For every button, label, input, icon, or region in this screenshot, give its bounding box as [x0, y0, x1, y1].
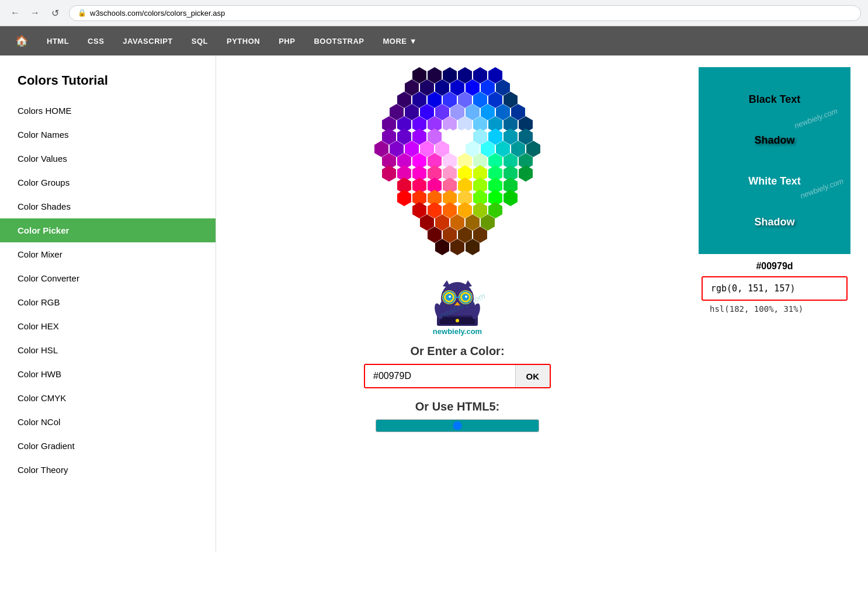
sidebar-item-color-mixer[interactable]: Color Mixer: [0, 242, 216, 266]
enter-color-section: Or Enter a Color: OK Or Use HTML5:: [364, 345, 551, 434]
html5-color-slider[interactable]: [376, 419, 539, 432]
preview-white-text: White Text: [748, 175, 801, 187]
forward-button[interactable]: →: [27, 5, 43, 21]
sidebar-item-color-gradient[interactable]: Color Gradient: [0, 434, 216, 458]
top-navigation: 🏠 HTML CSS JAVASCRIPT SQL PYTHON PHP BOO…: [0, 26, 868, 55]
color-input[interactable]: [365, 365, 515, 387]
color-rgb-display: rgb(0, 151, 157): [702, 276, 848, 301]
color-ok-button[interactable]: OK: [515, 365, 550, 387]
color-values: #00979d rgb(0, 151, 157) hsl(182, 100%, …: [699, 261, 850, 314]
svg-point-8: [449, 295, 451, 298]
sidebar-item-color-names[interactable]: Color Names: [0, 123, 216, 147]
main-layout: Colors Tutorial Colors HOME Color Names …: [0, 55, 868, 552]
sidebar-item-color-converter[interactable]: Color Converter: [0, 266, 216, 290]
sidebar-item-color-ncol[interactable]: Color NCol: [0, 410, 216, 434]
browser-nav-buttons: ← → ↺: [7, 5, 63, 21]
sidebar-item-color-hsl[interactable]: Color HSL: [0, 338, 216, 362]
sidebar-item-color-picker[interactable]: Color Picker: [0, 218, 216, 242]
mascot: newbiely.com: [433, 277, 482, 336]
mascot-label: newbiely.com: [433, 327, 482, 336]
owl-mascot: [434, 277, 481, 327]
sidebar-item-color-theory[interactable]: Color Theory: [0, 458, 216, 482]
refresh-button[interactable]: ↺: [47, 5, 63, 21]
back-button[interactable]: ←: [7, 5, 23, 21]
nav-php[interactable]: PHP: [269, 29, 304, 54]
sidebar-item-color-cmyk[interactable]: Color CMYK: [0, 386, 216, 410]
home-nav-button[interactable]: 🏠: [6, 26, 37, 55]
preview-shadow-black-text: Shadow: [754, 134, 794, 147]
url-text: w3schools.com/colors/colors_picker.asp: [90, 9, 225, 18]
picker-left: newbiely.com Or Enter a Color: OK Or Use…: [234, 67, 681, 434]
svg-point-9: [465, 295, 467, 298]
lock-icon: 🔒: [78, 9, 86, 17]
nav-css[interactable]: CSS: [78, 29, 113, 54]
sidebar-item-color-hwb[interactable]: Color HWB: [0, 362, 216, 386]
sidebar-item-color-shades[interactable]: Color Shades: [0, 194, 216, 218]
preview-black-text: Black Text: [749, 93, 801, 106]
html5-label: Or Use HTML5:: [364, 400, 551, 413]
watermark-1: newbiely.com: [793, 106, 839, 130]
color-hsl-display: hsl(182, 100%, 31%): [702, 304, 848, 314]
nav-python[interactable]: PYTHON: [217, 29, 269, 54]
sidebar-item-colors-home[interactable]: Colors HOME: [0, 99, 216, 123]
watermark-2: newbiely.com: [799, 176, 845, 200]
nav-bootstrap[interactable]: BOOTSTRAP: [304, 29, 373, 54]
color-wheel[interactable]: [358, 67, 557, 266]
svg-point-16: [456, 319, 459, 322]
color-preview-box: Black Text Shadow newbiely.com White Tex…: [699, 67, 850, 254]
color-input-row: OK: [364, 364, 551, 388]
nav-more[interactable]: MORE ▼: [374, 29, 426, 54]
sidebar-item-color-values[interactable]: Color Values: [0, 147, 216, 171]
sidebar-item-color-hex[interactable]: Color HEX: [0, 314, 216, 338]
address-bar[interactable]: 🔒 w3schools.com/colors/colors_picker.asp: [69, 5, 861, 21]
nav-html[interactable]: HTML: [37, 29, 78, 54]
color-hex-display: #00979d: [702, 261, 848, 272]
color-wheel-section: newbiely.com Or Enter a Color: OK Or Use…: [234, 67, 850, 434]
sidebar-title: Colors Tutorial: [0, 67, 216, 99]
picker-right: Black Text Shadow newbiely.com White Tex…: [699, 67, 850, 314]
sidebar-item-color-groups[interactable]: Color Groups: [0, 171, 216, 194]
main-content: newbiely.com Or Enter a Color: OK Or Use…: [216, 55, 868, 552]
nav-javascript[interactable]: JAVASCRIPT: [113, 29, 182, 54]
browser-chrome: ← → ↺ 🔒 w3schools.com/colors/colors_pick…: [0, 0, 868, 26]
preview-shadow-white-text: Shadow: [754, 216, 794, 228]
enter-color-label: Or Enter a Color:: [364, 345, 551, 358]
sidebar: Colors Tutorial Colors HOME Color Names …: [0, 55, 216, 552]
sidebar-item-color-rgb[interactable]: Color RGB: [0, 290, 216, 314]
nav-sql[interactable]: SQL: [182, 29, 217, 54]
